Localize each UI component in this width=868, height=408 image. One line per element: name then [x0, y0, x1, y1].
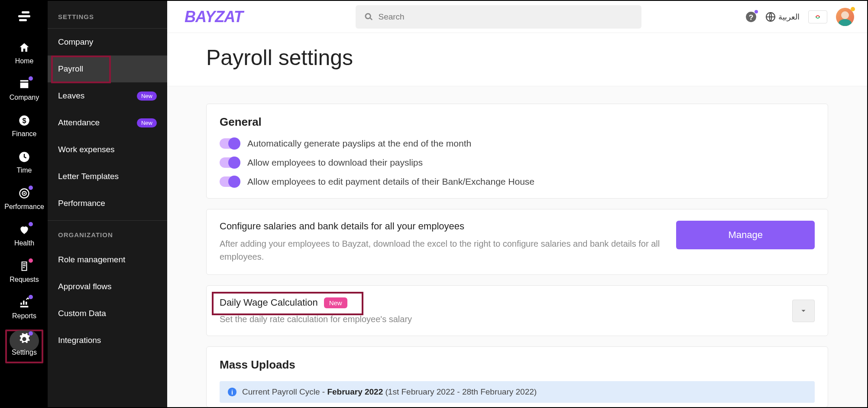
rail-label: Finance: [12, 130, 37, 138]
sidebar-label: Leaves: [58, 91, 84, 101]
rail-item-company[interactable]: Company: [1, 72, 48, 108]
new-badge: New: [137, 118, 157, 127]
card-title: General: [220, 115, 815, 129]
toggle-row-auto-payslips: Automatically generate payslips at the e…: [220, 138, 815, 149]
clock-icon: [17, 150, 31, 164]
mass-uploads-card: Mass Uploads i Current Payroll Cycle - F…: [206, 346, 828, 407]
toggle-switch[interactable]: [220, 138, 240, 149]
svg-text:i: i: [231, 389, 233, 396]
sidebar-label: Role management: [58, 255, 125, 264]
svg-point-5: [23, 193, 25, 194]
configure-card: Configure salaries and bank details for …: [206, 209, 828, 275]
home-icon: [17, 41, 31, 55]
sidebar-item-letter-templates[interactable]: Letter Templates: [48, 163, 167, 190]
rail-label: Requests: [10, 276, 39, 284]
sidebar-item-approval-flows[interactable]: Approval flows: [48, 273, 167, 300]
search-icon: [364, 12, 373, 22]
sidebar-label: Approval flows: [58, 282, 112, 291]
svg-text:?: ?: [749, 13, 754, 21]
rail-item-health[interactable]: Health: [1, 218, 48, 254]
rail-label: Home: [15, 57, 34, 65]
sidebar-label: Custom Data: [58, 309, 106, 318]
info-icon: i: [227, 387, 237, 397]
card-title: Mass Uploads: [220, 358, 815, 372]
notification-dot: [755, 10, 758, 13]
sidebar: SETTINGS Company Payroll Leaves New Atte…: [48, 1, 167, 407]
sidebar-item-company[interactable]: Company: [48, 29, 167, 55]
sidebar-item-role-management[interactable]: Role management: [48, 246, 167, 273]
topbar-right: ? العربية: [745, 8, 854, 26]
sidebar-item-work-expenses[interactable]: Work expenses: [48, 136, 167, 163]
sidebar-item-performance[interactable]: Performance: [48, 190, 167, 217]
toggle-switch[interactable]: [220, 176, 240, 187]
sidebar-item-leaves[interactable]: Leaves New: [48, 82, 167, 109]
rail-item-finance[interactable]: $ Finance: [1, 108, 48, 145]
rail-item-reports[interactable]: Reports: [1, 290, 48, 327]
rail-item-time[interactable]: Time: [1, 145, 48, 181]
help-button[interactable]: ?: [745, 11, 757, 23]
search-box[interactable]: [356, 5, 641, 29]
svg-text:$: $: [22, 117, 26, 124]
expand-button[interactable]: [792, 300, 815, 322]
company-icon: [17, 77, 31, 91]
toggle-switch[interactable]: [220, 157, 240, 168]
rail-label: Company: [10, 94, 39, 101]
info-bold: February 2022: [327, 387, 383, 396]
globe-icon: [765, 12, 776, 22]
notification-dot: [29, 258, 33, 263]
general-card: General Automatically generate payslips …: [206, 104, 828, 199]
sidebar-heading-settings: SETTINGS: [48, 13, 167, 28]
finance-icon: $: [17, 114, 31, 127]
avatar-button[interactable]: [836, 8, 854, 26]
sidebar-label: Letter Templates: [58, 172, 119, 181]
page-title: Payroll settings: [206, 45, 828, 70]
brand-logo[interactable]: BAYZAT: [185, 8, 243, 26]
rail-label: Reports: [12, 312, 36, 320]
rail-label: Time: [17, 166, 32, 174]
rail-item-performance[interactable]: Performance: [1, 181, 48, 218]
sidebar-label: Company: [58, 37, 93, 47]
lang-label: العربية: [778, 12, 800, 22]
card-title: Daily Wage Calculation: [220, 297, 318, 308]
icon-rail: Home Company $ Finance Time Performance: [1, 1, 48, 407]
rail-label: Health: [14, 239, 34, 247]
rail-item-settings[interactable]: Settings: [1, 327, 48, 363]
sidebar-label: Work expenses: [58, 145, 115, 154]
notification-dot: [29, 186, 33, 190]
sidebar-label: Integrations: [58, 336, 101, 345]
sidebar-label: Payroll: [58, 64, 83, 74]
daily-wage-card: Daily Wage Calculation New Set the daily…: [206, 285, 828, 336]
rail-label: Settings: [12, 349, 37, 356]
info-text: Current Payroll Cycle - February 2022 (1…: [242, 387, 537, 397]
rail-item-requests[interactable]: Requests: [1, 254, 48, 290]
card-title: Configure salaries and bank details for …: [220, 221, 663, 232]
chart-icon: [17, 296, 31, 310]
notification-dot: [29, 331, 33, 336]
search-input[interactable]: [378, 12, 632, 22]
card-desc: After adding your employees to Bayzat, d…: [220, 237, 663, 263]
hamburger-icon[interactable]: [16, 10, 33, 23]
sidebar-item-attendance[interactable]: Attendance New: [48, 109, 167, 136]
health-icon: [17, 223, 31, 237]
topbar: BAYZAT ? العربية: [167, 1, 867, 33]
toggle-label: Allow employees to download their paysli…: [247, 157, 423, 168]
sidebar-item-payroll[interactable]: Payroll: [48, 55, 167, 82]
company-logo[interactable]: [808, 10, 827, 23]
sidebar-item-integrations[interactable]: Integrations: [48, 327, 167, 354]
language-switch[interactable]: العربية: [765, 12, 800, 22]
sidebar-heading-org: ORGANIZATION: [48, 221, 167, 246]
gear-icon: [17, 332, 31, 346]
new-badge: New: [324, 297, 347, 308]
sidebar-item-custom-data[interactable]: Custom Data: [48, 300, 167, 327]
toggle-row-download-payslips: Allow employees to download their paysli…: [220, 157, 815, 168]
sidebar-label: Attendance: [58, 118, 100, 127]
info-prefix: Current Payroll Cycle -: [242, 387, 327, 396]
notification-dot: [29, 295, 33, 299]
clipboard-icon: [17, 259, 31, 273]
toggle-label: Allow employees to edit payment details …: [247, 176, 534, 187]
target-icon: [17, 186, 31, 200]
card-desc: Set the daily rate calculation for emplo…: [220, 314, 784, 324]
main-content: Payroll settings General Automatically g…: [167, 33, 867, 407]
manage-button[interactable]: Manage: [676, 221, 815, 249]
rail-item-home[interactable]: Home: [1, 36, 48, 72]
